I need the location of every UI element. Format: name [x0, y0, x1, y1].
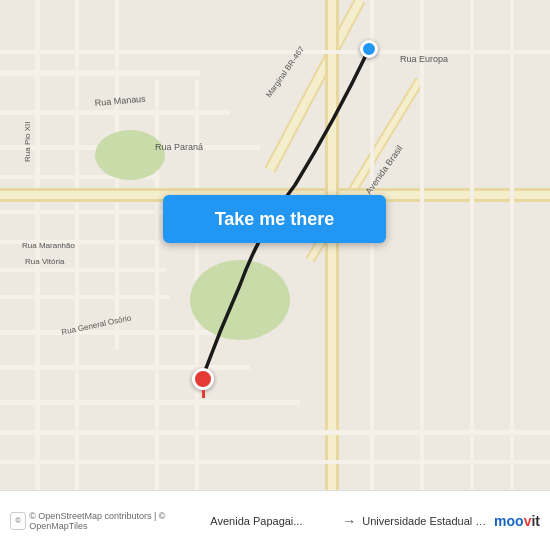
- svg-rect-31: [328, 0, 336, 490]
- svg-rect-16: [0, 400, 300, 405]
- moovit-logo: moovit: [494, 513, 540, 529]
- svg-point-22: [190, 260, 290, 340]
- attribution-text: © OpenStreetMap contributors | © OpenMap…: [29, 511, 204, 531]
- svg-text:Rua Europa: Rua Europa: [400, 54, 448, 64]
- svg-rect-10: [0, 210, 170, 214]
- svg-rect-33: [420, 0, 424, 490]
- svg-text:Rua Paraná: Rua Paraná: [155, 142, 203, 152]
- route-info: Avenida Papagai... → Universidade Estadu…: [210, 513, 488, 529]
- map-svg: Rua Manaus Rua Paraná Rua Pio XII Rua Ma…: [0, 0, 550, 490]
- svg-rect-38: [0, 460, 550, 464]
- svg-rect-35: [510, 0, 514, 490]
- svg-text:Rua Vitória: Rua Vitória: [25, 257, 65, 266]
- svg-rect-34: [470, 0, 474, 490]
- route-arrow: →: [336, 513, 362, 529]
- route-from-label: Avenida Papagai...: [210, 515, 336, 527]
- take-me-there-button[interactable]: Take me there: [163, 195, 386, 243]
- svg-rect-36: [0, 50, 550, 54]
- svg-rect-37: [0, 430, 550, 435]
- svg-text:Rua Pio XII: Rua Pio XII: [23, 122, 32, 162]
- svg-rect-12: [0, 268, 165, 272]
- svg-text:Rua Maranhão: Rua Maranhão: [22, 241, 75, 250]
- bottom-bar: © © OpenStreetMap contributors | © OpenM…: [0, 490, 550, 550]
- origin-marker: [360, 40, 378, 58]
- map-container: Rua Manaus Rua Paraná Rua Pio XII Rua Ma…: [0, 0, 550, 490]
- svg-rect-13: [0, 295, 170, 299]
- svg-rect-6: [0, 70, 200, 76]
- osm-logo: ©: [10, 512, 26, 530]
- svg-rect-18: [75, 0, 79, 490]
- svg-rect-14: [0, 330, 220, 335]
- svg-point-23: [95, 130, 165, 180]
- svg-rect-32: [370, 0, 374, 490]
- route-to-label: Universidade Estadual Do Oes...: [362, 515, 488, 527]
- destination-marker: [192, 368, 214, 398]
- map-attribution: © © OpenStreetMap contributors | © OpenM…: [10, 511, 204, 531]
